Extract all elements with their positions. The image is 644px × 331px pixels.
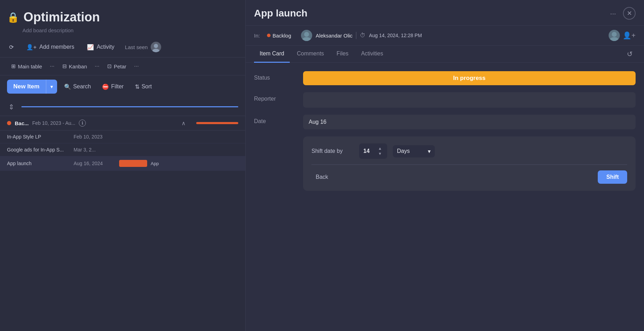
svg-point-3 <box>302 37 311 41</box>
new-item-button[interactable]: New Item ▾ <box>7 80 57 94</box>
board-actions: ⟳ 👤+ Add members 📈 Activity Last seen <box>0 37 245 58</box>
table-row[interactable]: In-App Style LP Feb 10, 2023 <box>0 130 245 143</box>
tab-files[interactable]: Files <box>331 46 354 63</box>
reporter-field[interactable] <box>303 92 636 108</box>
shift-unit-value: Days <box>397 148 410 154</box>
group-label: Bac... <box>15 120 29 126</box>
avatar <box>151 42 161 52</box>
board-header: 🔒 Optimization Add board description <box>0 0 245 37</box>
status-field-row: Status In progress <box>254 71 636 85</box>
item-header: App launch ··· ✕ <box>246 0 644 26</box>
shift-button[interactable]: Shift <box>598 170 627 184</box>
group-chevron: ∧ <box>181 120 186 127</box>
petar-dots[interactable]: ··· <box>132 62 141 71</box>
shift-arrows: ▲ ▼ <box>377 146 383 156</box>
item-content: Status In progress Reporter Date Aug 16 … <box>246 63 644 331</box>
board-title: Optimization <box>23 10 100 25</box>
table-area: ⇕ Bac... Feb 10, 2023 - Au... ℹ ∧ In-App… <box>0 98 245 331</box>
author-avatar <box>301 30 312 41</box>
table-row-active[interactable]: App launch Aug 16, 2024 App <box>0 156 245 171</box>
timestamp: Aug 14, 2024, 12:28 PM <box>369 33 422 38</box>
reporter-value <box>303 92 636 108</box>
row-date: Mar 3, 2... <box>74 147 109 153</box>
filter-button[interactable]: ⛔ Filter <box>98 81 128 93</box>
row-gantt-bar <box>119 160 147 167</box>
group-info-icon[interactable]: ℹ <box>79 120 86 127</box>
view-petar[interactable]: ⊡ Petar <box>103 61 131 72</box>
group-date: Feb 10, 2023 - Au... <box>32 120 75 126</box>
main-table-dots[interactable]: ··· <box>48 62 56 71</box>
group-dot <box>7 121 11 125</box>
item-meta: In: Backlog Aleksandar Olic ⏱ Aug 14, 20… <box>246 26 644 46</box>
shift-number-value: 14 <box>363 148 370 154</box>
row-name: App launch <box>7 161 67 166</box>
tab-comments[interactable]: Comments <box>291 46 329 63</box>
svg-point-0 <box>154 44 158 48</box>
shift-unit-select[interactable]: Days ▾ <box>393 145 435 157</box>
new-item-label: New Item <box>7 80 46 94</box>
status-label: Status <box>254 71 296 81</box>
shift-up-arrow[interactable]: ▲ <box>377 146 383 151</box>
item-title: App launch <box>254 8 307 19</box>
sync-icon: ⟳ <box>9 44 14 50</box>
tab-activities[interactable]: Activities <box>355 46 389 63</box>
svg-point-2 <box>304 32 309 37</box>
status-badge[interactable]: In progress <box>303 71 636 85</box>
shift-divider <box>311 164 627 165</box>
view-main-table[interactable]: ⊞ Main table <box>7 61 46 72</box>
item-more-button[interactable]: ··· <box>607 8 619 19</box>
group-row[interactable]: Bac... Feb 10, 2023 - Au... ℹ ∧ <box>0 116 245 130</box>
table-row[interactable]: Google ads for In-App S... Mar 3, 2... <box>0 143 245 156</box>
sort-icon: ⇅ <box>135 83 139 90</box>
filter-label: Filter <box>111 83 124 90</box>
board-title-row: 🔒 Optimization <box>7 10 238 25</box>
sort-button[interactable]: ⇅ Sort <box>131 81 156 93</box>
back-button[interactable]: Back <box>311 171 333 183</box>
last-seen-row: Last seen <box>125 42 161 52</box>
kanban-icon: ⊟ <box>62 63 67 69</box>
date-label: Date <box>254 115 296 124</box>
svg-point-5 <box>610 37 618 41</box>
date-value: Aug 16 <box>303 115 636 129</box>
backlog-badge: Backlog <box>267 33 291 39</box>
shift-row: Shift date by 14 ▲ ▼ Days ▾ <box>311 143 627 159</box>
column-resize-icon: ⇕ <box>8 103 14 111</box>
date-field-row: Date Aug 16 <box>254 115 636 129</box>
reporter-label: Reporter <box>254 92 296 102</box>
shift-unit-chevron: ▾ <box>428 148 431 155</box>
header-actions: ··· ✕ <box>607 7 636 20</box>
table-header-row: ⇕ <box>0 98 245 116</box>
add-members-button[interactable]: 👤+ Add members <box>24 42 76 52</box>
group-gantt-bar <box>196 122 238 124</box>
main-table-label: Main table <box>18 63 42 69</box>
search-button[interactable]: 🔍 Search <box>60 81 95 93</box>
shift-date-label: Shift date by <box>311 148 354 154</box>
close-item-button[interactable]: ✕ <box>623 7 636 20</box>
activity-button[interactable]: 📈 Activity <box>85 42 117 52</box>
shift-date-popup: Shift date by 14 ▲ ▼ Days ▾ Back Shift <box>303 136 636 191</box>
svg-point-4 <box>612 32 617 37</box>
refresh-button[interactable]: ↺ <box>624 47 636 61</box>
subscriber-avatar <box>609 30 620 41</box>
new-item-dropdown-arrow: ▾ <box>46 81 57 93</box>
activity-label: Activity <box>97 44 115 50</box>
shift-footer: Back Shift <box>311 170 627 184</box>
lock-icon: 🔒 <box>7 12 19 23</box>
tab-item-card[interactable]: Item Card <box>254 46 290 63</box>
filter-icon: ⛔ <box>102 83 109 90</box>
author-row: Aleksandar Olic ⏱ Aug 14, 2024, 12:28 PM <box>301 30 422 41</box>
kanban-dots[interactable]: ··· <box>93 62 101 71</box>
author-name: Aleksandar Olic <box>316 33 352 39</box>
subscribe-icon[interactable]: 👤+ <box>623 31 636 40</box>
row-name: Google ads for In-App S... <box>7 147 67 153</box>
row-date: Aug 16, 2024 <box>74 161 109 166</box>
view-kanban[interactable]: ⊟ Kanban <box>58 61 91 72</box>
tabs-bar: Item Card Comments Files Activities ↺ <box>246 46 644 63</box>
subscriber-icons: 👤+ <box>609 30 636 41</box>
sync-button[interactable]: ⟳ <box>7 42 16 52</box>
shift-number-input[interactable]: 14 ▲ ▼ <box>359 143 387 159</box>
date-field[interactable]: Aug 16 <box>303 115 636 129</box>
board-description[interactable]: Add board description <box>22 27 238 33</box>
shift-down-arrow[interactable]: ▼ <box>377 151 383 156</box>
in-label: In: <box>254 33 260 39</box>
